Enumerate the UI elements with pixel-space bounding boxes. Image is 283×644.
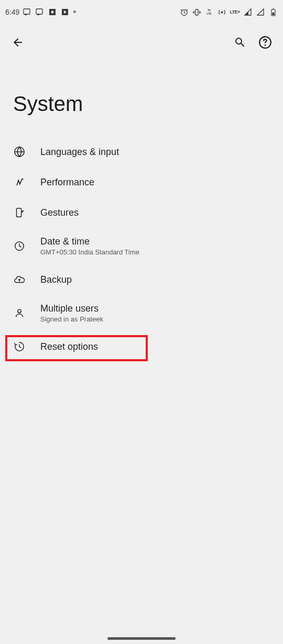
help-button[interactable] bbox=[258, 35, 273, 50]
gestures-label: Gestures bbox=[40, 207, 79, 218]
globe-icon bbox=[13, 146, 26, 158]
languages-input-label: Languages & input bbox=[40, 147, 119, 158]
languages-input-item[interactable]: Languages & input bbox=[0, 137, 283, 167]
app-bar bbox=[0, 24, 283, 61]
more-notifications-dot: • bbox=[73, 7, 76, 17]
svg-rect-9 bbox=[195, 9, 198, 15]
svg-rect-0 bbox=[24, 9, 30, 14]
clock-icon bbox=[13, 240, 26, 252]
restore-icon bbox=[13, 340, 26, 353]
performance-item[interactable]: Performance bbox=[0, 167, 283, 197]
svg-point-24 bbox=[18, 309, 21, 313]
svg-rect-1 bbox=[25, 14, 27, 15]
status-left: 6:49 • bbox=[5, 7, 77, 17]
status-time: 6:49 bbox=[5, 8, 19, 16]
gestures-icon bbox=[13, 206, 26, 219]
svg-rect-3 bbox=[37, 14, 39, 15]
vibrate-icon bbox=[192, 7, 201, 17]
alarm-icon bbox=[179, 7, 189, 17]
notification-icon-4 bbox=[60, 7, 70, 17]
multiple-users-subtitle: Signed in as Prateek bbox=[40, 315, 103, 323]
search-button[interactable] bbox=[233, 35, 247, 50]
hotspot-icon bbox=[217, 7, 226, 17]
date-time-label: Date & time bbox=[40, 236, 139, 247]
status-bar: 6:49 • VoLTE LTE+ bbox=[0, 0, 283, 24]
multiple-users-label: Multiple users bbox=[40, 303, 103, 314]
reset-options-item[interactable]: Reset options bbox=[0, 331, 283, 362]
svg-rect-2 bbox=[36, 9, 42, 14]
svg-point-5 bbox=[51, 11, 54, 14]
status-right: VoLTE LTE+ bbox=[179, 7, 278, 17]
performance-label: Performance bbox=[40, 177, 94, 188]
signal-icon-2 bbox=[256, 7, 265, 17]
back-button[interactable] bbox=[10, 35, 25, 50]
date-time-item[interactable]: Date & time GMT+05:30 India Standard Tim… bbox=[0, 228, 283, 264]
gestures-item[interactable]: Gestures bbox=[0, 197, 283, 228]
svg-point-20 bbox=[265, 45, 266, 46]
lte-indicator: LTE+ bbox=[230, 9, 240, 15]
signal-icon-1 bbox=[243, 7, 253, 17]
backup-label: Backup bbox=[40, 274, 72, 285]
person-icon bbox=[13, 307, 26, 319]
data-icon: VoLTE bbox=[204, 7, 214, 17]
svg-marker-15 bbox=[257, 9, 264, 15]
svg-text:Vo: Vo bbox=[208, 8, 211, 12]
settings-list: Languages & input Performance Gestures D… bbox=[0, 137, 283, 362]
notification-icon-3 bbox=[48, 7, 57, 17]
svg-rect-18 bbox=[272, 13, 274, 15]
svg-point-12 bbox=[221, 11, 223, 13]
multiple-users-item[interactable]: Multiple users Signed in as Prateek bbox=[0, 295, 283, 331]
date-time-subtitle: GMT+05:30 India Standard Time bbox=[40, 248, 139, 256]
notification-icon-1 bbox=[23, 7, 32, 17]
backup-item[interactable]: Backup bbox=[0, 264, 283, 295]
svg-rect-17 bbox=[273, 8, 274, 9]
svg-rect-22 bbox=[17, 208, 21, 217]
notification-icon-2 bbox=[35, 7, 45, 17]
navigation-handle[interactable] bbox=[107, 637, 176, 640]
performance-icon bbox=[13, 176, 26, 188]
battery-icon bbox=[268, 7, 278, 17]
reset-options-label: Reset options bbox=[40, 341, 98, 352]
cloud-upload-icon bbox=[13, 273, 26, 286]
svg-text:LTE: LTE bbox=[207, 12, 212, 15]
page-title: System bbox=[0, 61, 283, 137]
